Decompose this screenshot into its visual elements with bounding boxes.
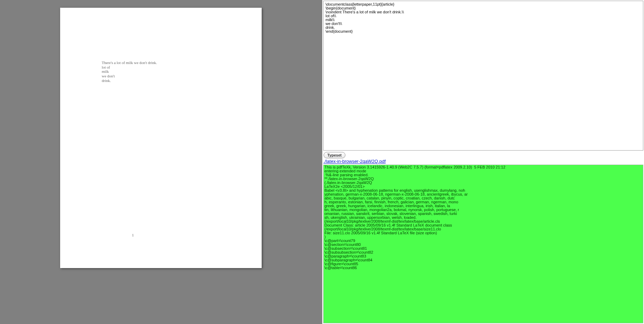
controls-bar: Typeset <box>323 151 644 158</box>
latex-source-input[interactable] <box>323 1 644 151</box>
editor-pane: Typeset ./latex-in-browser-2qaW2Q.pdf Th… <box>322 0 644 324</box>
compile-log[interactable]: This is pdfTeXk, Version 3.1415926-1.40.… <box>323 165 644 323</box>
app-root: There's a lot of milk we don't drink. lo… <box>0 0 644 324</box>
output-pdf-link[interactable]: ./latex-in-browser-2qaW2Q.pdf <box>323 158 644 165</box>
pdf-page: There's a lot of milk we don't drink. lo… <box>60 8 262 268</box>
pdf-line: we don't <box>102 74 219 78</box>
pdf-line: drink. <box>102 78 219 83</box>
pdf-preview-pane: There's a lot of milk we don't drink. lo… <box>0 0 322 324</box>
pdf-page-body: There's a lot of milk we don't drink. lo… <box>102 61 219 83</box>
source-area <box>323 0 644 151</box>
log-container: This is pdfTeXk, Version 3.1415926-1.40.… <box>323 165 644 324</box>
pdf-line: lot of <box>102 65 219 70</box>
pdf-line: milk <box>102 69 219 74</box>
typeset-button[interactable]: Typeset <box>324 152 346 158</box>
pdf-line: There's a lot of milk we don't drink. <box>102 61 219 65</box>
pdf-page-number: 1 <box>60 233 205 237</box>
